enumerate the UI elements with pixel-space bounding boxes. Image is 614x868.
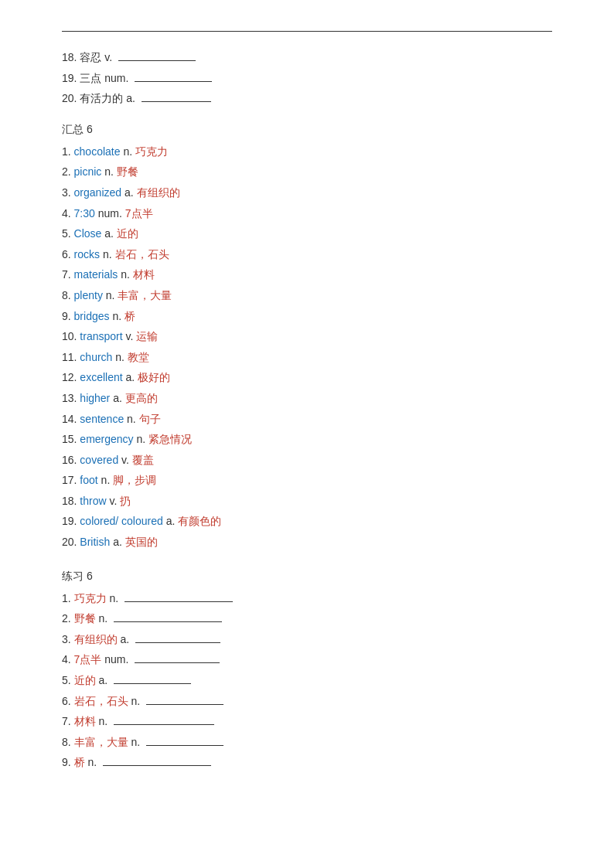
- exercise-blank-8: [146, 745, 223, 746]
- vocab-chinese-9: 桥: [125, 310, 135, 322]
- vocab-pos-14: n.: [124, 413, 138, 425]
- exercise-chinese-2: 野餐: [74, 612, 96, 625]
- vocab-pos-17: n.: [98, 474, 113, 486]
- vocab-pos-7: n.: [118, 268, 132, 281]
- exercise-item-1: 1. 巧克力 n.: [62, 588, 552, 609]
- vocab-num-4: 4.: [62, 207, 74, 220]
- intro-num-18: 18. 容忍 v.: [62, 51, 115, 63]
- exercise-list: 1. 巧克力 n. 2. 野餐 n. 3. 有组织的 a. 4. 7点半 num…: [62, 588, 552, 773]
- vocab-english-13: higher: [80, 392, 110, 404]
- vocab-item-1: 1. chocolate n. 巧克力: [62, 141, 552, 162]
- vocab-chinese-17: 脚，步调: [113, 474, 156, 486]
- intro-section: 18. 容忍 v. 19. 三点 num. 20. 有活力的 a.: [62, 47, 552, 109]
- vocab-item-12: 12. excellent a. 极好的: [62, 367, 552, 388]
- vocab-num-12: 12.: [62, 371, 80, 383]
- vocab-english-4: 7:30: [74, 207, 95, 220]
- exercise-pos-7: n.: [96, 715, 111, 727]
- vocab-num-18: 18.: [62, 495, 80, 507]
- exercise-item-4: 4. 7点半 num.: [62, 649, 552, 670]
- vocab-item-17: 17. foot n. 脚，步调: [62, 470, 552, 491]
- vocab-english-3: organized: [74, 186, 122, 199]
- vocab-english-9: bridges: [74, 310, 110, 322]
- vocab-item-15: 15. emergency n. 紧急情况: [62, 429, 552, 450]
- exercise-num-8: 8.: [62, 736, 74, 748]
- vocab-num-13: 13.: [62, 392, 80, 404]
- vocab-chinese-11: 教堂: [128, 351, 149, 363]
- exercise-chinese-4: 7点半: [74, 653, 102, 665]
- exercise-item-9: 9. 桥 n.: [62, 752, 552, 773]
- vocab-num-6: 6.: [62, 248, 74, 260]
- summary-list: 1. chocolate n. 巧克力 2. picnic n. 野餐 3. o…: [62, 141, 552, 553]
- exercise-item-8: 8. 丰富，大量 n.: [62, 732, 552, 753]
- vocab-item-20: 20. British a. 英国的: [62, 532, 552, 553]
- vocab-item-16: 16. covered v. 覆盖: [62, 450, 552, 471]
- exercise-blank-7: [114, 724, 214, 725]
- vocab-pos-13: a.: [110, 392, 125, 404]
- exercise-blank-1: [125, 601, 233, 602]
- intro-num-19: 19. 三点 num.: [62, 72, 131, 84]
- vocab-num-19: 19.: [62, 515, 80, 527]
- exercise-item-5: 5. 近的 a.: [62, 670, 552, 691]
- vocab-english-16: covered: [80, 454, 118, 466]
- vocab-pos-15: n.: [134, 433, 148, 445]
- intro-item-18: 18. 容忍 v.: [62, 47, 552, 68]
- vocab-chinese-20: 英国的: [125, 536, 158, 548]
- vocab-english-20: British: [80, 536, 110, 548]
- exercise-blank-5: [114, 683, 191, 684]
- exercise-item-2: 2. 野餐 n.: [62, 608, 552, 629]
- vocab-chinese-2: 野餐: [117, 165, 138, 178]
- vocab-pos-16: v.: [118, 454, 132, 466]
- exercise-chinese-5: 近的: [74, 674, 96, 686]
- vocab-item-18: 18. throw v. 扔: [62, 491, 552, 512]
- vocab-chinese-18: 扔: [120, 495, 131, 507]
- vocab-item-10: 10. transport v. 运输: [62, 326, 552, 347]
- intro-blank-18: [118, 60, 196, 61]
- vocab-english-5: Close: [74, 227, 102, 240]
- exercise-item-3: 3. 有组织的 a.: [62, 629, 552, 650]
- vocab-chinese-7: 材料: [133, 268, 155, 281]
- vocab-chinese-5: 近的: [117, 227, 138, 240]
- intro-item-20: 20. 有活力的 a.: [62, 88, 552, 109]
- vocab-pos-9: n.: [110, 310, 125, 322]
- vocab-pos-3: a.: [121, 186, 136, 199]
- vocab-num-7: 7.: [62, 268, 74, 281]
- vocab-pos-5: a.: [101, 227, 116, 240]
- vocab-english-12: excellent: [80, 371, 122, 383]
- vocab-english-1: chocolate: [74, 145, 121, 158]
- exercise-num-2: 2.: [62, 612, 74, 625]
- intro-blank-19: [135, 81, 212, 82]
- exercise-num-5: 5.: [62, 674, 74, 686]
- exercise-pos-1: n.: [107, 592, 121, 604]
- vocab-num-1: 1.: [62, 145, 74, 158]
- vocab-pos-12: a.: [123, 371, 138, 383]
- top-divider: [62, 31, 552, 32]
- exercise-pos-8: n.: [128, 736, 143, 748]
- vocab-item-5: 5. Close a. 近的: [62, 223, 552, 244]
- vocab-pos-18: v.: [107, 495, 121, 507]
- exercise-pos-3: a.: [118, 633, 132, 645]
- vocab-chinese-8: 丰富，大量: [118, 289, 172, 301]
- vocab-pos-20: a.: [110, 536, 125, 548]
- vocab-english-17: foot: [80, 474, 97, 486]
- exercise-blank-2: [114, 621, 222, 622]
- vocab-item-4: 4. 7:30 num. 7点半: [62, 203, 552, 224]
- vocab-english-6: rocks: [74, 248, 100, 260]
- vocab-english-14: sentence: [80, 413, 124, 425]
- exercise-chinese-1: 巧克力: [74, 592, 107, 604]
- vocab-num-20: 20.: [62, 536, 80, 548]
- vocab-pos-11: n.: [112, 351, 127, 363]
- exercise-chinese-6: 岩石，石头: [74, 695, 128, 707]
- vocab-pos-1: n.: [121, 145, 135, 158]
- intro-item-19: 19. 三点 num.: [62, 68, 552, 89]
- exercise-pos-4: num.: [101, 653, 131, 665]
- exercise-item-7: 7. 材料 n.: [62, 711, 552, 732]
- exercise-blank-6: [146, 704, 223, 705]
- vocab-item-11: 11. church n. 教堂: [62, 347, 552, 368]
- exercise-chinese-8: 丰富，大量: [74, 736, 128, 748]
- exercise-pos-2: n.: [96, 612, 111, 625]
- vocab-english-18: throw: [80, 495, 106, 507]
- vocab-pos-10: v.: [123, 330, 137, 342]
- exercise-pos-6: n.: [128, 695, 143, 707]
- vocab-item-13: 13. higher a. 更高的: [62, 388, 552, 409]
- vocab-chinese-16: 覆盖: [132, 454, 154, 466]
